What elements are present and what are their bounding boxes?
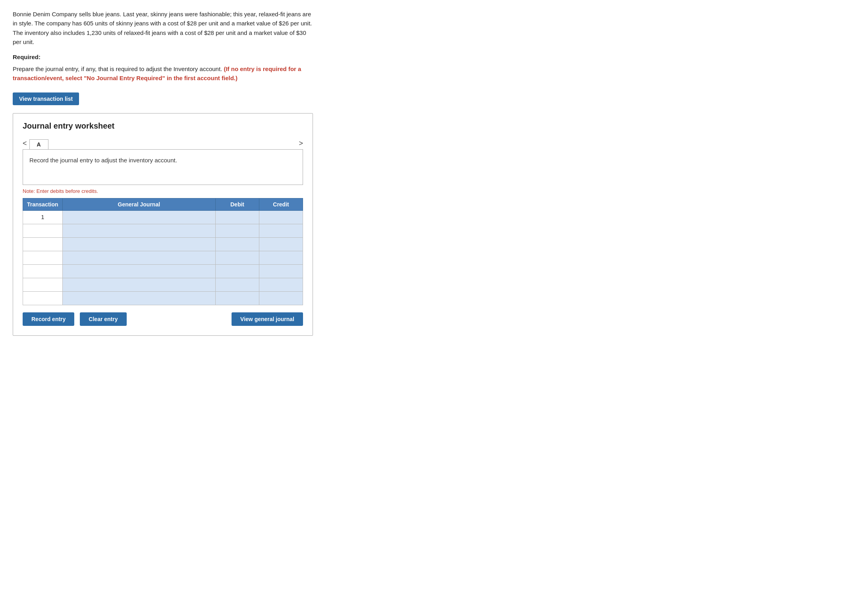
general-journal-cell[interactable] (62, 264, 215, 278)
transaction-cell (23, 251, 63, 264)
transaction-cell (23, 278, 63, 291)
general-journal-cell[interactable] (62, 224, 215, 237)
credit-input[interactable] (262, 213, 300, 221)
table-row (23, 237, 303, 251)
debit-input[interactable] (218, 213, 257, 221)
general-journal-cell[interactable] (62, 251, 215, 264)
tab-row-inner: A (29, 139, 295, 149)
general-journal-input[interactable] (65, 267, 213, 275)
col-transaction: Transaction (23, 198, 63, 210)
tab-right-arrow[interactable]: > (295, 138, 303, 149)
tab-description: Record the journal entry to adjust the i… (29, 157, 177, 164)
credit-input[interactable] (262, 240, 300, 248)
tab-content-box: Record the journal entry to adjust the i… (23, 149, 303, 185)
general-journal-cell[interactable] (62, 210, 215, 224)
table-row: 1 (23, 210, 303, 224)
transaction-cell: 1 (23, 210, 63, 224)
instruction-text: Prepare the journal entry, if any, that … (13, 64, 313, 83)
general-journal-input[interactable] (65, 294, 213, 302)
table-row (23, 264, 303, 278)
debit-cell[interactable] (216, 224, 259, 237)
col-general-journal: General Journal (62, 198, 215, 210)
general-journal-input[interactable] (65, 240, 213, 248)
general-journal-input[interactable] (65, 254, 213, 262)
credit-input[interactable] (262, 294, 300, 302)
intro-paragraph: Bonnie Denim Company sells blue jeans. L… (13, 10, 313, 46)
transaction-cell (23, 264, 63, 278)
transaction-cell (23, 291, 63, 305)
credit-input[interactable] (262, 267, 300, 275)
credit-cell[interactable] (259, 237, 303, 251)
credit-cell[interactable] (259, 278, 303, 291)
debit-cell[interactable] (216, 291, 259, 305)
tab-a[interactable]: A (29, 139, 48, 149)
credit-cell[interactable] (259, 291, 303, 305)
debit-cell[interactable] (216, 264, 259, 278)
credit-input[interactable] (262, 281, 300, 289)
credit-cell[interactable] (259, 210, 303, 224)
credit-cell[interactable] (259, 264, 303, 278)
transaction-cell (23, 237, 63, 251)
buttons-row: Record entry Clear entry View general jo… (23, 312, 303, 326)
table-header-row: Transaction General Journal Debit Credit (23, 198, 303, 210)
col-debit: Debit (216, 198, 259, 210)
clear-entry-button[interactable]: Clear entry (80, 312, 126, 326)
debit-input[interactable] (218, 294, 257, 302)
credit-input[interactable] (262, 254, 300, 262)
general-journal-input[interactable] (65, 213, 213, 221)
general-journal-cell[interactable] (62, 291, 215, 305)
required-heading: Required: (13, 54, 313, 60)
debit-cell[interactable] (216, 278, 259, 291)
table-row (23, 224, 303, 237)
view-transaction-button[interactable]: View transaction list (13, 92, 79, 105)
table-row (23, 291, 303, 305)
worksheet-container: Journal entry worksheet < A > Record the… (13, 113, 313, 336)
credit-cell[interactable] (259, 224, 303, 237)
debit-cell[interactable] (216, 251, 259, 264)
note-text: Note: Enter debits before credits. (23, 188, 303, 194)
worksheet-title: Journal entry worksheet (23, 121, 303, 131)
debit-cell[interactable] (216, 210, 259, 224)
debit-cell[interactable] (216, 237, 259, 251)
table-row (23, 278, 303, 291)
general-journal-cell[interactable] (62, 278, 215, 291)
debit-input[interactable] (218, 281, 257, 289)
journal-table: Transaction General Journal Debit Credit… (23, 198, 303, 305)
tab-left-arrow[interactable]: < (23, 138, 29, 149)
credit-cell[interactable] (259, 251, 303, 264)
general-journal-input[interactable] (65, 281, 213, 289)
debit-input[interactable] (218, 267, 257, 275)
transaction-cell (23, 224, 63, 237)
record-entry-button[interactable]: Record entry (23, 312, 74, 326)
view-general-journal-button[interactable]: View general journal (232, 312, 303, 326)
col-credit: Credit (259, 198, 303, 210)
general-journal-cell[interactable] (62, 237, 215, 251)
tab-row: < A > (23, 138, 303, 149)
credit-input[interactable] (262, 227, 300, 235)
debit-input[interactable] (218, 254, 257, 262)
debit-input[interactable] (218, 227, 257, 235)
instruction-plain: Prepare the journal entry, if any, that … (13, 65, 224, 72)
table-row (23, 251, 303, 264)
general-journal-input[interactable] (65, 227, 213, 235)
debit-input[interactable] (218, 240, 257, 248)
